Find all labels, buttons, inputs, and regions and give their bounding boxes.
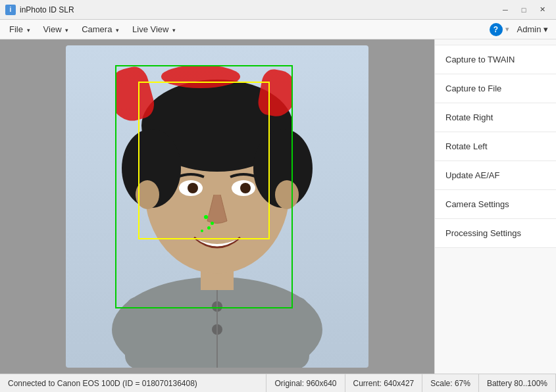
liveview-arrow: ▾ [172, 27, 176, 34]
processing-settings-button[interactable]: Processing Settings [435, 219, 556, 248]
status-connection: Connected to Canon EOS 100D (ID = 018070… [0, 374, 266, 392]
help-arrow: ▾ [505, 25, 509, 34]
landmark-nose-4 [201, 230, 203, 232]
landmark-nose-1 [204, 215, 208, 219]
update-aeaf-button[interactable]: Update AE/AF [435, 161, 556, 190]
camera-settings-button[interactable]: Camera Settings [435, 190, 556, 219]
minimize-button[interactable]: ─ [497, 3, 514, 16]
rotate-left-button[interactable]: Rotate Left [435, 132, 556, 161]
file-arrow: ▾ [27, 27, 30, 34]
menu-liveview[interactable]: Live View ▾ [126, 22, 182, 37]
main-content: Capture to TWAIN Capture to File Rotate … [0, 39, 556, 374]
status-battery: Battery 80..100% [479, 374, 556, 392]
status-scale: Scale: 67% [422, 374, 479, 392]
maximize-button[interactable]: □ [515, 3, 532, 16]
admin-button[interactable]: Admin ▾ [512, 22, 553, 36]
status-current: Current: 640x427 [345, 374, 423, 392]
close-button[interactable]: ✕ [534, 3, 551, 16]
camera-arrow: ▾ [116, 27, 119, 34]
capture-file-button[interactable]: Capture to File [435, 74, 556, 103]
capture-twain-button[interactable]: Capture to TWAIN [435, 45, 556, 74]
view-arrow: ▾ [65, 27, 68, 34]
menu-camera[interactable]: Camera ▾ [75, 22, 126, 37]
status-original: Original: 960x640 [266, 374, 345, 392]
menu-bar: File ▾ View ▾ Camera ▾ Live View ▾ ? ▾ A… [0, 20, 556, 39]
window-title: inPhoto ID SLR [20, 5, 497, 14]
app-icon: i [5, 5, 16, 15]
landmark-nose-2 [211, 222, 214, 225]
right-panel: Capture to TWAIN Capture to File Rotate … [434, 39, 556, 374]
window-controls: ─ □ ✕ [497, 3, 551, 16]
menu-view[interactable]: View ▾ [37, 22, 76, 37]
landmark-nose-3 [207, 226, 211, 230]
photo-container [66, 45, 368, 368]
menu-right: ? ▾ Admin ▾ [490, 22, 553, 36]
camera-view [0, 39, 434, 374]
rotate-right-button[interactable]: Rotate Right [435, 103, 556, 132]
title-bar: i inPhoto ID SLR ─ □ ✕ [0, 0, 556, 20]
help-button[interactable]: ? [490, 23, 503, 36]
menu-file[interactable]: File ▾ [3, 22, 37, 37]
status-bar: Connected to Canon EOS 100D (ID = 018070… [0, 374, 556, 392]
